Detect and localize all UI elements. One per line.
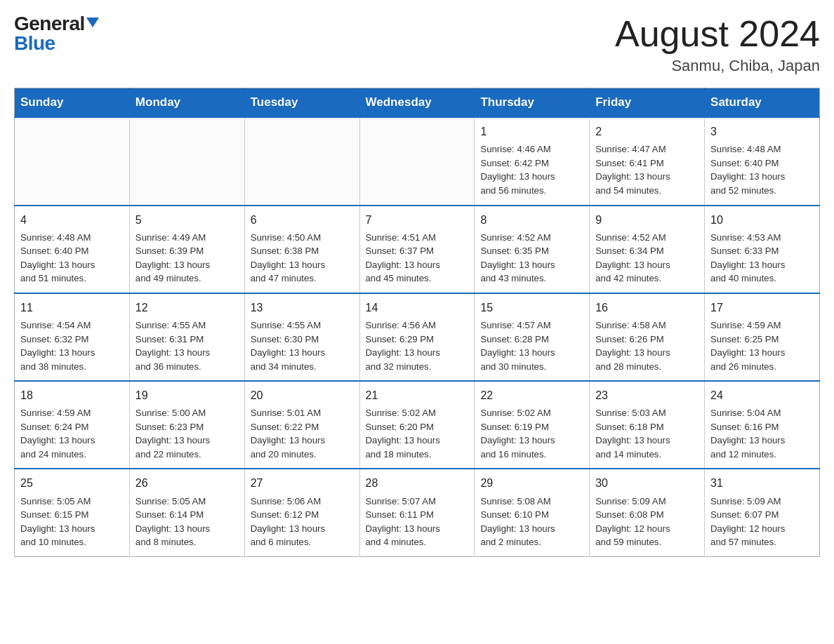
location-title: Sanmu, Chiba, Japan (615, 57, 820, 75)
day-number: 21 (366, 387, 469, 403)
day-number: 4 (20, 212, 124, 228)
week-row-3: 11Sunrise: 4:54 AM Sunset: 6:32 PM Dayli… (15, 293, 820, 381)
day-info: Sunrise: 5:01 AM Sunset: 6:22 PM Dayligh… (251, 406, 354, 461)
day-cell-20: 20Sunrise: 5:01 AM Sunset: 6:22 PM Dayli… (244, 381, 359, 469)
day-of-week-wednesday: Wednesday (359, 88, 475, 118)
day-number: 11 (20, 300, 124, 316)
week-row-4: 18Sunrise: 4:59 AM Sunset: 6:24 PM Dayli… (15, 381, 820, 469)
day-info: Sunrise: 5:05 AM Sunset: 6:14 PM Dayligh… (135, 495, 239, 549)
day-info: Sunrise: 4:55 AM Sunset: 6:31 PM Dayligh… (135, 318, 239, 373)
day-cell-27: 27Sunrise: 5:06 AM Sunset: 6:12 PM Dayli… (244, 469, 359, 556)
day-info: Sunrise: 5:07 AM Sunset: 6:11 PM Dayligh… (366, 495, 469, 549)
day-info: Sunrise: 4:50 AM Sunset: 6:38 PM Dayligh… (251, 231, 354, 286)
title-area: August 2024 Sanmu, Chiba, Japan (615, 14, 820, 75)
day-info: Sunrise: 4:59 AM Sunset: 6:25 PM Dayligh… (710, 318, 814, 373)
logo-triangle-icon (86, 18, 99, 27)
day-number: 14 (366, 300, 469, 316)
month-title: August 2024 (615, 14, 820, 54)
day-cell-29: 29Sunrise: 5:08 AM Sunset: 6:10 PM Dayli… (475, 469, 590, 556)
day-number: 23 (595, 387, 699, 403)
day-info: Sunrise: 4:54 AM Sunset: 6:32 PM Dayligh… (20, 318, 124, 373)
day-info: Sunrise: 4:55 AM Sunset: 6:30 PM Dayligh… (251, 318, 354, 373)
logo-blue-text: Blue (14, 32, 55, 54)
day-cell-12: 12Sunrise: 4:55 AM Sunset: 6:31 PM Dayli… (129, 293, 244, 381)
day-number: 5 (135, 212, 239, 228)
day-cell-14: 14Sunrise: 4:56 AM Sunset: 6:29 PM Dayli… (359, 293, 475, 381)
day-cell-19: 19Sunrise: 5:00 AM Sunset: 6:23 PM Dayli… (129, 381, 244, 469)
day-cell-18: 18Sunrise: 4:59 AM Sunset: 6:24 PM Dayli… (15, 381, 130, 469)
day-number: 2 (595, 123, 699, 140)
day-cell-1: 1Sunrise: 4:46 AM Sunset: 6:42 PM Daylig… (475, 117, 590, 205)
day-info: Sunrise: 4:52 AM Sunset: 6:34 PM Dayligh… (595, 231, 699, 286)
day-number: 24 (710, 387, 814, 403)
day-info: Sunrise: 5:06 AM Sunset: 6:12 PM Dayligh… (251, 495, 354, 549)
day-info: Sunrise: 4:46 AM Sunset: 6:42 PM Dayligh… (480, 142, 583, 197)
day-cell-11: 11Sunrise: 4:54 AM Sunset: 6:32 PM Dayli… (15, 293, 130, 381)
day-info: Sunrise: 5:05 AM Sunset: 6:15 PM Dayligh… (20, 495, 124, 549)
day-info: Sunrise: 4:51 AM Sunset: 6:37 PM Dayligh… (366, 231, 469, 286)
day-number: 6 (251, 212, 354, 228)
day-number: 10 (710, 212, 814, 228)
empty-cell (244, 117, 359, 205)
day-number: 29 (480, 475, 583, 491)
empty-cell (359, 117, 475, 205)
day-cell-8: 8Sunrise: 4:52 AM Sunset: 6:35 PM Daylig… (475, 206, 590, 293)
day-number: 26 (135, 475, 239, 491)
day-cell-31: 31Sunrise: 5:09 AM Sunset: 6:07 PM Dayli… (705, 469, 820, 556)
day-cell-17: 17Sunrise: 4:59 AM Sunset: 6:25 PM Dayli… (705, 293, 820, 381)
day-cell-4: 4Sunrise: 4:48 AM Sunset: 6:40 PM Daylig… (15, 206, 130, 293)
day-cell-22: 22Sunrise: 5:02 AM Sunset: 6:19 PM Dayli… (475, 381, 590, 469)
day-cell-7: 7Sunrise: 4:51 AM Sunset: 6:37 PM Daylig… (359, 206, 475, 293)
day-cell-3: 3Sunrise: 4:48 AM Sunset: 6:40 PM Daylig… (705, 117, 820, 205)
day-info: Sunrise: 4:48 AM Sunset: 6:40 PM Dayligh… (20, 231, 124, 286)
day-cell-9: 9Sunrise: 4:52 AM Sunset: 6:34 PM Daylig… (590, 206, 705, 293)
day-info: Sunrise: 4:58 AM Sunset: 6:26 PM Dayligh… (595, 318, 699, 373)
day-number: 18 (20, 387, 124, 403)
day-number: 15 (480, 300, 583, 316)
day-cell-10: 10Sunrise: 4:53 AM Sunset: 6:33 PM Dayli… (705, 206, 820, 293)
day-info: Sunrise: 5:03 AM Sunset: 6:18 PM Dayligh… (595, 406, 699, 461)
day-info: Sunrise: 5:04 AM Sunset: 6:16 PM Dayligh… (710, 406, 814, 461)
day-info: Sunrise: 4:56 AM Sunset: 6:29 PM Dayligh… (366, 318, 469, 373)
day-number: 13 (251, 300, 354, 316)
day-cell-24: 24Sunrise: 5:04 AM Sunset: 6:16 PM Dayli… (705, 381, 820, 469)
day-number: 17 (710, 300, 814, 316)
day-cell-25: 25Sunrise: 5:05 AM Sunset: 6:15 PM Dayli… (15, 469, 130, 556)
day-cell-26: 26Sunrise: 5:05 AM Sunset: 6:14 PM Dayli… (129, 469, 244, 556)
day-cell-5: 5Sunrise: 4:49 AM Sunset: 6:39 PM Daylig… (129, 206, 244, 293)
logo-general-text: General (14, 14, 85, 34)
day-of-week-sunday: Sunday (15, 88, 130, 118)
day-cell-23: 23Sunrise: 5:03 AM Sunset: 6:18 PM Dayli… (590, 381, 705, 469)
day-number: 12 (135, 300, 239, 316)
day-info: Sunrise: 5:00 AM Sunset: 6:23 PM Dayligh… (135, 406, 239, 461)
day-of-week-friday: Friday (590, 88, 705, 118)
day-number: 25 (20, 475, 124, 491)
week-row-2: 4Sunrise: 4:48 AM Sunset: 6:40 PM Daylig… (15, 206, 820, 293)
empty-cell (129, 117, 244, 205)
day-cell-15: 15Sunrise: 4:57 AM Sunset: 6:28 PM Dayli… (475, 293, 590, 381)
day-number: 19 (135, 387, 239, 403)
day-number: 27 (251, 475, 354, 491)
day-number: 30 (595, 475, 699, 491)
day-info: Sunrise: 5:09 AM Sunset: 6:08 PM Dayligh… (595, 495, 699, 549)
day-cell-2: 2Sunrise: 4:47 AM Sunset: 6:41 PM Daylig… (590, 117, 705, 205)
week-row-5: 25Sunrise: 5:05 AM Sunset: 6:15 PM Dayli… (15, 469, 820, 556)
day-number: 20 (251, 387, 354, 403)
day-of-week-saturday: Saturday (705, 88, 820, 118)
day-info: Sunrise: 4:59 AM Sunset: 6:24 PM Dayligh… (20, 406, 124, 461)
day-number: 22 (480, 387, 583, 403)
day-number: 1 (480, 123, 583, 140)
day-cell-21: 21Sunrise: 5:02 AM Sunset: 6:20 PM Dayli… (359, 381, 475, 469)
day-number: 8 (480, 212, 583, 228)
day-number: 16 (595, 300, 699, 316)
day-of-week-thursday: Thursday (475, 88, 590, 118)
calendar-table: SundayMondayTuesdayWednesdayThursdayFrid… (14, 88, 820, 557)
calendar-body: 1Sunrise: 4:46 AM Sunset: 6:42 PM Daylig… (15, 117, 820, 556)
day-info: Sunrise: 5:02 AM Sunset: 6:19 PM Dayligh… (480, 406, 583, 461)
days-of-week-row: SundayMondayTuesdayWednesdayThursdayFrid… (15, 88, 820, 118)
day-number: 31 (710, 475, 814, 491)
page-header: General Blue August 2024 Sanmu, Chiba, J… (14, 14, 820, 75)
day-number: 7 (366, 212, 469, 228)
day-info: Sunrise: 5:08 AM Sunset: 6:10 PM Dayligh… (480, 495, 583, 549)
day-of-week-monday: Monday (129, 88, 244, 118)
